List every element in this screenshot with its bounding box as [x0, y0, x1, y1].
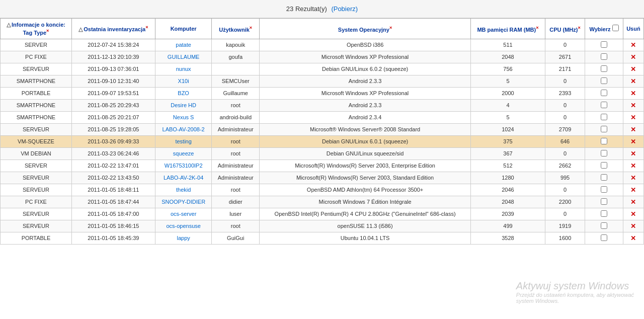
cell-delete[interactable]: ✕: [623, 111, 643, 123]
computer-link[interactable]: SNOOPY-DIDIER: [162, 199, 205, 205]
delete-icon[interactable]: ✕: [630, 102, 636, 109]
delete-icon[interactable]: ✕: [630, 126, 636, 133]
cell-select[interactable]: [585, 123, 623, 135]
computer-link[interactable]: patate: [176, 42, 191, 48]
cell-delete[interactable]: ✕: [623, 172, 643, 184]
cell-select[interactable]: [585, 39, 623, 51]
cell-delete[interactable]: ✕: [623, 184, 643, 196]
delete-icon[interactable]: ✕: [630, 234, 636, 242]
cell-select[interactable]: [585, 172, 623, 184]
cell-delete[interactable]: ✕: [623, 123, 643, 135]
cell-computer[interactable]: squeeze: [155, 147, 212, 160]
cell-computer[interactable]: BZO: [155, 87, 212, 99]
delete-icon[interactable]: ✕: [630, 53, 636, 61]
cell-select[interactable]: [585, 51, 623, 63]
cell-computer[interactable]: ocs-opensuse: [155, 220, 212, 232]
cell-delete[interactable]: ✕: [623, 63, 643, 75]
cell-select[interactable]: [585, 184, 623, 196]
cell-delete[interactable]: ✕: [623, 160, 643, 172]
delete-icon[interactable]: ✕: [630, 138, 636, 145]
fetch-link[interactable]: (Pobierz): [331, 5, 358, 13]
cell-computer[interactable]: W16753100IP2: [155, 160, 212, 172]
row-checkbox[interactable]: [601, 210, 607, 217]
cell-delete[interactable]: ✕: [623, 232, 643, 244]
cell-select[interactable]: [585, 135, 623, 147]
cell-computer[interactable]: nunux: [155, 63, 212, 75]
cell-computer[interactable]: GUILLAUME: [155, 51, 212, 63]
computer-link[interactable]: thekid: [176, 187, 191, 193]
delete-icon[interactable]: ✕: [630, 198, 636, 206]
cell-delete[interactable]: ✕: [623, 99, 643, 111]
cell-select[interactable]: [585, 63, 623, 75]
cell-delete[interactable]: ✕: [623, 220, 643, 232]
row-checkbox[interactable]: [601, 138, 607, 144]
row-checkbox[interactable]: [601, 150, 607, 156]
cell-delete[interactable]: ✕: [623, 87, 643, 99]
cell-delete[interactable]: ✕: [623, 75, 643, 87]
computer-link[interactable]: Desire HD: [171, 102, 196, 108]
computer-link[interactable]: GUILLAUME: [168, 54, 200, 60]
delete-icon[interactable]: ✕: [630, 222, 636, 230]
row-checkbox[interactable]: [601, 90, 607, 96]
cell-computer[interactable]: X10i: [155, 75, 212, 87]
cell-select[interactable]: [585, 87, 623, 99]
computer-link[interactable]: ocs-opensuse: [166, 223, 201, 229]
computer-link[interactable]: W16753100IP2: [165, 163, 203, 169]
delete-icon[interactable]: ✕: [630, 41, 636, 49]
cell-select[interactable]: [585, 196, 623, 208]
computer-link[interactable]: testing: [175, 138, 191, 144]
row-checkbox[interactable]: [601, 222, 607, 229]
cell-delete[interactable]: ✕: [623, 196, 643, 208]
delete-icon[interactable]: ✕: [630, 150, 636, 157]
cell-select[interactable]: [585, 111, 623, 123]
cell-delete[interactable]: ✕: [623, 147, 643, 160]
row-checkbox[interactable]: [601, 126, 607, 132]
cell-select[interactable]: [585, 208, 623, 220]
cell-delete[interactable]: ✕: [623, 39, 643, 51]
computer-link[interactable]: X10i: [178, 78, 189, 84]
cell-select[interactable]: [585, 147, 623, 160]
cell-select[interactable]: [585, 160, 623, 172]
row-checkbox[interactable]: [601, 114, 607, 120]
delete-icon[interactable]: ✕: [630, 65, 636, 73]
row-checkbox[interactable]: [601, 162, 607, 169]
row-checkbox[interactable]: [601, 77, 607, 84]
delete-icon[interactable]: ✕: [630, 186, 636, 194]
delete-icon[interactable]: ✕: [630, 77, 636, 85]
cell-computer[interactable]: ocs-server: [155, 208, 212, 220]
cell-delete[interactable]: ✕: [623, 208, 643, 220]
cell-computer[interactable]: patate: [155, 39, 212, 51]
cell-select[interactable]: [585, 220, 623, 232]
row-checkbox[interactable]: [601, 41, 607, 48]
cell-computer[interactable]: LABO-AV-2K-04: [155, 172, 212, 184]
computer-link[interactable]: Nexus S: [173, 114, 194, 120]
computer-link[interactable]: BZO: [178, 90, 189, 96]
row-checkbox[interactable]: [601, 102, 607, 108]
select-all-checkbox[interactable]: [612, 25, 619, 31]
cell-computer[interactable]: thekid: [155, 184, 212, 196]
computer-link[interactable]: LABO-AV-2K-04: [164, 175, 203, 181]
row-checkbox[interactable]: [601, 174, 607, 181]
cell-delete[interactable]: ✕: [623, 51, 643, 63]
cell-computer[interactable]: testing: [155, 135, 212, 147]
delete-icon[interactable]: ✕: [630, 210, 636, 218]
cell-select[interactable]: [585, 75, 623, 87]
cell-computer[interactable]: LABO-AV-2008-2: [155, 123, 212, 135]
row-checkbox[interactable]: [601, 53, 607, 60]
cell-computer[interactable]: lappy: [155, 232, 212, 244]
row-checkbox[interactable]: [601, 234, 607, 241]
cell-computer[interactable]: SNOOPY-DIDIER: [155, 196, 212, 208]
computer-link[interactable]: LABO-AV-2008-2: [163, 126, 205, 132]
cell-select[interactable]: [585, 99, 623, 111]
cell-delete[interactable]: ✕: [623, 135, 643, 147]
delete-icon[interactable]: ✕: [630, 90, 636, 97]
row-checkbox[interactable]: [601, 198, 607, 205]
delete-icon[interactable]: ✕: [630, 114, 636, 121]
row-checkbox[interactable]: [601, 65, 607, 72]
computer-link[interactable]: nunux: [176, 66, 191, 72]
row-checkbox[interactable]: [601, 186, 607, 193]
computer-link[interactable]: lappy: [177, 235, 190, 241]
delete-icon[interactable]: ✕: [630, 162, 636, 170]
cell-select[interactable]: [585, 232, 623, 244]
computer-link[interactable]: squeeze: [173, 150, 194, 156]
